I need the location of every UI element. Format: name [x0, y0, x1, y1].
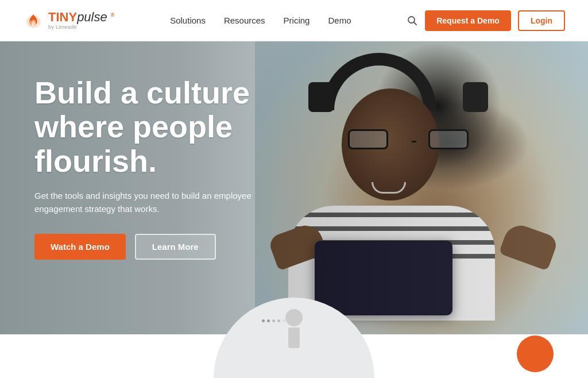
hero-buttons: Watch a Demo Learn More — [34, 234, 333, 260]
request-demo-button[interactable]: Request a Demo — [425, 10, 511, 31]
svg-line-2 — [414, 22, 417, 25]
nav-demo[interactable]: Demo — [328, 16, 351, 25]
logo-text: TINYpulse ® by Limeade — [48, 11, 114, 30]
hero-subtitle: Get the tools and insights you need to b… — [34, 190, 276, 215]
hero-title: Build a culture where people flourish. — [34, 76, 333, 178]
logo-sub: by Limeade — [48, 25, 114, 30]
logo-tiny: TINY — [48, 10, 77, 24]
logo-icon — [23, 10, 44, 31]
hero-text-block: Build a culture where people flourish. G… — [34, 76, 333, 260]
navbar: TINYpulse ® by Limeade Solutions Resourc… — [0, 0, 588, 41]
logo-pulse: pulse — [77, 10, 107, 24]
hero-content: Build a culture where people flourish. G… — [0, 41, 588, 334]
hero-section: Build a culture where people flourish. G… — [0, 41, 588, 334]
nav-resources[interactable]: Resources — [224, 16, 265, 25]
search-button[interactable] — [407, 15, 418, 26]
search-icon — [407, 15, 418, 26]
nav-pricing[interactable]: Pricing — [284, 16, 310, 25]
learn-more-button[interactable]: Learn More — [135, 234, 216, 260]
nav-actions: Request a Demo Login — [407, 10, 565, 31]
login-button[interactable]: Login — [518, 10, 565, 31]
watch-demo-button[interactable]: Watch a Demo — [34, 234, 126, 260]
circle-orange — [517, 335, 554, 372]
nav-links: Solutions Resources Pricing Demo — [170, 16, 351, 25]
logo[interactable]: TINYpulse ® by Limeade — [23, 10, 114, 31]
nav-solutions[interactable]: Solutions — [170, 16, 206, 25]
below-hero — [0, 334, 588, 378]
